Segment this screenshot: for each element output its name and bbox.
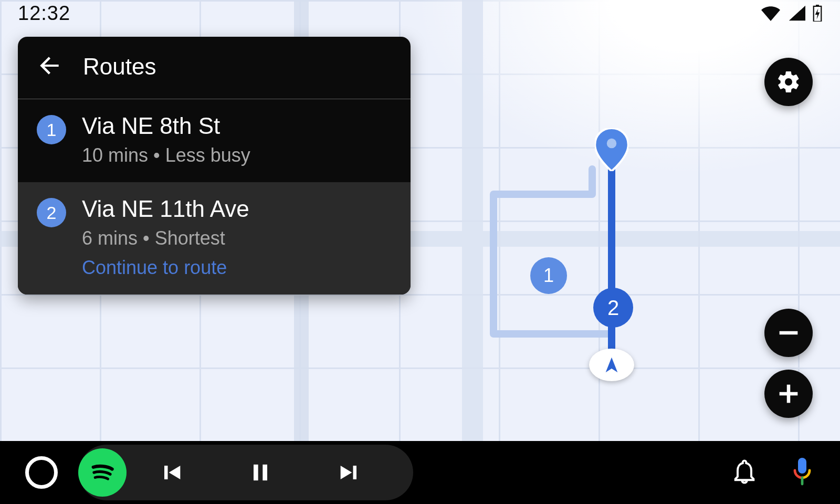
wifi-icon	[761, 5, 780, 21]
svg-rect-3	[780, 331, 798, 335]
status-bar: 12:32	[0, 0, 840, 26]
next-track-button[interactable]	[305, 459, 394, 486]
destination-pin-icon	[595, 128, 628, 173]
route-name: Via NE 8th St	[82, 113, 250, 139]
clock: 12:32	[18, 2, 70, 25]
route-name: Via NE 11th Ave	[82, 196, 249, 222]
route-marker-1[interactable]: 1	[530, 257, 567, 294]
notifications-button[interactable]	[731, 458, 758, 487]
routes-panel-title: Routes	[83, 54, 156, 80]
zoom-out-button[interactable]	[764, 309, 813, 357]
skip-next-icon	[336, 459, 363, 486]
route-marker-2[interactable]: 2	[593, 288, 633, 328]
gear-icon	[776, 69, 801, 94]
pause-icon	[247, 459, 274, 486]
route-badge-2: 2	[37, 198, 66, 227]
zoom-in-button[interactable]	[764, 370, 813, 418]
voice-assistant-button[interactable]	[790, 457, 815, 488]
google-mic-icon	[790, 457, 815, 488]
status-icons	[761, 5, 822, 22]
svg-rect-7	[262, 465, 267, 480]
settings-button[interactable]	[764, 58, 813, 106]
route-badge-1: 1	[37, 115, 66, 144]
route-item-1[interactable]: 1 Via NE 8th St 10 mins • Less busy	[18, 99, 411, 182]
bottom-nav-bar	[0, 441, 840, 504]
media-controls	[79, 445, 413, 500]
plus-icon	[775, 380, 802, 407]
app-launcher-button[interactable]	[25, 456, 58, 489]
bell-icon	[731, 458, 758, 485]
battery-charging-icon	[813, 5, 822, 22]
routes-panel-header: Routes	[18, 37, 411, 99]
cell-signal-icon	[788, 5, 805, 21]
previous-track-button[interactable]	[127, 459, 216, 486]
continue-to-route-link[interactable]: Continue to route	[82, 257, 249, 279]
skip-previous-icon	[158, 459, 185, 486]
svg-rect-5	[787, 385, 791, 403]
back-arrow-icon[interactable]	[37, 52, 63, 81]
minus-icon	[775, 319, 802, 346]
svg-rect-6	[254, 465, 258, 480]
svg-rect-1	[816, 5, 819, 6]
svg-rect-8	[798, 458, 806, 474]
current-location-icon	[589, 349, 634, 381]
svg-point-2	[607, 139, 617, 149]
route-marker-2-label: 2	[607, 296, 619, 320]
spotify-icon	[86, 456, 119, 489]
route-subtitle: 10 mins • Less busy	[82, 144, 250, 166]
spotify-button[interactable]	[78, 448, 127, 497]
route-item-2[interactable]: 2 Via NE 11th Ave 6 mins • Shortest Cont…	[18, 182, 411, 295]
route-marker-1-label: 1	[543, 265, 554, 287]
play-pause-button[interactable]	[216, 459, 305, 486]
route-subtitle: 6 mins • Shortest	[82, 227, 249, 249]
routes-panel: Routes 1 Via NE 8th St 10 mins • Less bu…	[18, 37, 411, 295]
